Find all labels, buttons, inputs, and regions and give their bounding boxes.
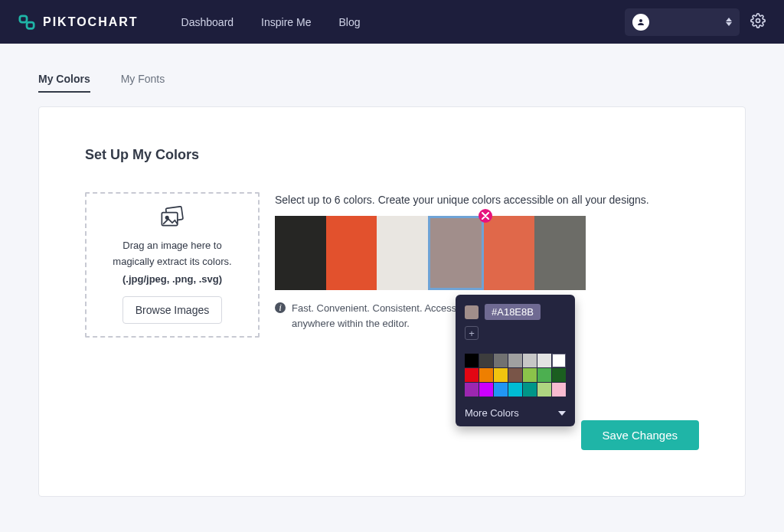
hex-input[interactable]: #A18E8B [485,304,541,320]
preset-color-grid [465,354,566,397]
svg-point-3 [756,18,760,22]
preset-color-swatch[interactable] [552,354,566,367]
preset-color-swatch[interactable] [523,354,537,367]
content-card: Set Up My Colors Drag an image here to m… [38,106,746,497]
preset-color-swatch[interactable] [494,354,508,367]
palette-swatch[interactable] [275,216,326,290]
nav-blog[interactable]: Blog [338,16,360,28]
preset-color-swatch[interactable] [508,383,522,397]
brand-logo[interactable]: PIKTOCHART [18,14,139,31]
preset-color-swatch[interactable] [508,354,522,367]
preset-color-swatch[interactable] [479,354,493,367]
settings-button[interactable] [750,13,766,31]
brand-name: PIKTOCHART [43,15,139,29]
section-title: Set Up My Colors [85,147,699,163]
dropzone-formats: (.jpg/jpeg, .png, .svg) [122,271,222,287]
chevron-sort-icon [726,18,732,26]
tab-my-colors[interactable]: My Colors [38,73,90,93]
nav-dashboard[interactable]: Dashboard [181,16,234,28]
palette-swatch[interactable] [484,216,535,290]
palette-swatch[interactable] [326,216,377,290]
remove-color-button[interactable] [479,209,492,223]
nav-inspire[interactable]: Inspire Me [261,16,311,28]
account-dropdown[interactable] [625,8,740,36]
preset-color-swatch[interactable] [552,383,566,397]
palette-instruction: Select up to 6 colors. Create your uniqu… [275,192,699,208]
gear-icon [750,13,766,28]
svg-rect-0 [20,15,27,21]
color-palette [275,216,586,290]
preset-color-swatch[interactable] [465,354,479,367]
avatar [632,14,649,31]
image-dropzone[interactable]: Drag an image here to magically extract … [85,192,260,338]
person-icon [636,18,645,27]
preset-color-swatch[interactable] [494,383,508,397]
more-colors-label: More Colors [465,407,519,419]
preset-color-swatch[interactable] [465,383,479,397]
more-colors-toggle[interactable]: More Colors [465,407,566,419]
svg-point-2 [639,19,642,22]
preset-color-swatch[interactable] [537,354,551,367]
tab-my-fonts[interactable]: My Fonts [121,73,165,93]
topbar-right [625,8,766,36]
preset-color-swatch[interactable] [479,383,493,397]
svg-rect-1 [27,22,34,28]
preset-color-swatch[interactable] [465,368,479,382]
preset-color-swatch[interactable] [537,383,551,397]
save-changes-button[interactable]: Save Changes [581,420,699,450]
sub-tabs: My Colors My Fonts [0,44,784,93]
preset-color-swatch[interactable] [552,368,566,382]
dropzone-text1: Drag an image here to [122,237,221,253]
dropzone-text2: magically extract its colors. [113,253,231,269]
palette-swatch[interactable] [534,216,586,290]
preset-color-swatch[interactable] [523,368,537,382]
chevron-down-icon [558,411,566,416]
info-icon: i [275,302,286,313]
logo-icon [18,14,35,31]
top-nav: PIKTOCHART Dashboard Inspire Me Blog [0,0,784,44]
palette-swatch[interactable] [377,216,428,290]
preset-color-swatch[interactable] [479,368,493,382]
images-icon [158,206,186,230]
preset-color-swatch[interactable] [537,368,551,382]
browse-images-button[interactable]: Browse Images [122,296,222,324]
preset-color-swatch[interactable] [494,368,508,382]
nav-links: Dashboard Inspire Me Blog [181,16,361,28]
add-swatch-button[interactable]: + [465,326,479,340]
close-icon [482,212,489,220]
current-color-swatch[interactable] [465,305,479,319]
color-picker-popup: #A18E8B + More Colors [456,295,575,426]
palette-swatch[interactable] [428,216,484,290]
preset-color-swatch[interactable] [523,383,537,397]
preset-color-swatch[interactable] [508,368,522,382]
